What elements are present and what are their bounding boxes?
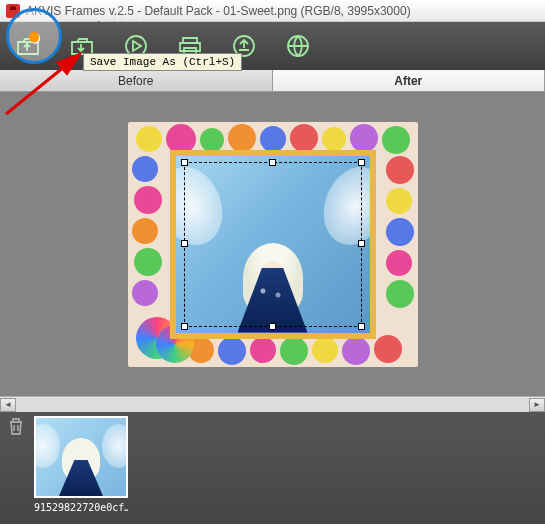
window-title: AKVIS Frames v.2.5 - Default Pack - 01-S…: [26, 4, 411, 18]
thumbnail-label: 91529822720e0cf…: [34, 502, 128, 513]
scroll-left-button[interactable]: ◄: [0, 398, 16, 412]
scroll-right-button[interactable]: ►: [529, 398, 545, 412]
resize-handle-tr[interactable]: [358, 159, 365, 166]
canvas-viewport[interactable]: [0, 92, 545, 396]
web-icon: [286, 34, 310, 58]
view-tabs: Before After: [0, 70, 545, 92]
horizontal-scrollbar[interactable]: ◄ ►: [0, 396, 545, 412]
delete-icon[interactable]: [6, 416, 26, 436]
resize-handle-bm[interactable]: [269, 323, 276, 330]
tab-before[interactable]: Before: [0, 70, 273, 91]
scroll-track[interactable]: [16, 398, 529, 412]
resize-handle-ml[interactable]: [181, 240, 188, 247]
thumbnail-preview: [34, 416, 128, 498]
resize-handle-br[interactable]: [358, 323, 365, 330]
main-toolbar: [0, 22, 545, 70]
selection-box[interactable]: [184, 162, 362, 327]
resize-handle-bl[interactable]: [181, 323, 188, 330]
resize-handle-tl[interactable]: [181, 159, 188, 166]
web-button[interactable]: [282, 30, 314, 62]
resize-handle-mr[interactable]: [358, 240, 365, 247]
resize-handle-tm[interactable]: [269, 159, 276, 166]
tooltip-save-as: Save Image As (Ctrl+S): [83, 53, 242, 71]
tab-after[interactable]: After: [273, 70, 546, 91]
framed-image[interactable]: [128, 122, 418, 367]
thumbnail-bar: 91529822720e0cf…: [0, 412, 545, 524]
watermark-logo: ●: [6, 8, 62, 64]
thumbnail-item[interactable]: 91529822720e0cf…: [34, 416, 128, 520]
